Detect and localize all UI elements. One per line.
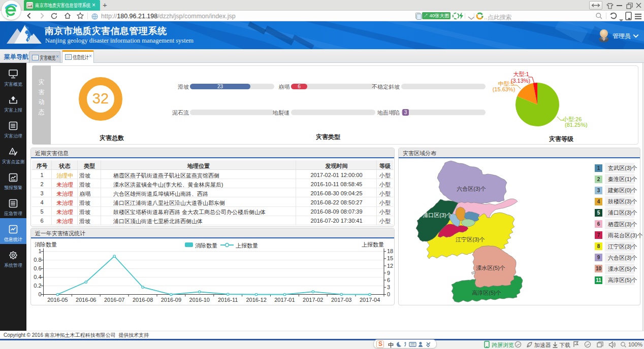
svg-text:2017-01: 2017-01 — [274, 297, 295, 303]
svg-text:2016-09: 2016-09 — [161, 297, 181, 303]
svg-text:12: 12 — [387, 263, 393, 269]
svg-text:2017-04: 2017-04 — [360, 297, 380, 303]
svg-text:2017-02: 2017-02 — [303, 297, 323, 303]
svg-text:高淳区(5)个: 高淳区(5)个 — [472, 290, 501, 296]
svg-text:2016-05: 2016-05 — [47, 297, 68, 303]
svg-text:9: 9 — [387, 270, 390, 276]
svg-text:2016-06: 2016-06 — [76, 297, 96, 303]
svg-text:15: 15 — [387, 255, 393, 261]
svg-text:六合区(3)个: 六合区(3)个 — [457, 186, 486, 192]
svg-text:2016-07: 2016-07 — [104, 297, 124, 303]
svg-text:江宁区(3)个: 江宁区(3)个 — [455, 236, 485, 242]
svg-text:0.2: 0.2 — [34, 283, 41, 289]
svg-text:0.8: 0.8 — [34, 257, 41, 263]
svg-text:6: 6 — [387, 277, 390, 283]
svg-text:0.6: 0.6 — [34, 265, 41, 271]
svg-text:浦口区(3)个: 浦口区(3)个 — [423, 212, 452, 218]
svg-text:18: 18 — [387, 248, 393, 254]
svg-text:2017-03: 2017-03 — [331, 297, 351, 303]
svg-text:0: 0 — [387, 291, 390, 297]
svg-text:2016-12: 2016-12 — [246, 297, 266, 303]
svg-text:溧水区(5)个: 溧水区(5)个 — [476, 265, 505, 271]
svg-text:2016-11: 2016-11 — [218, 297, 238, 303]
svg-text:2016-08: 2016-08 — [133, 297, 153, 303]
svg-text:0.4: 0.4 — [34, 274, 41, 280]
svg-text:3: 3 — [387, 284, 390, 290]
svg-text:2016-10: 2016-10 — [189, 297, 210, 303]
